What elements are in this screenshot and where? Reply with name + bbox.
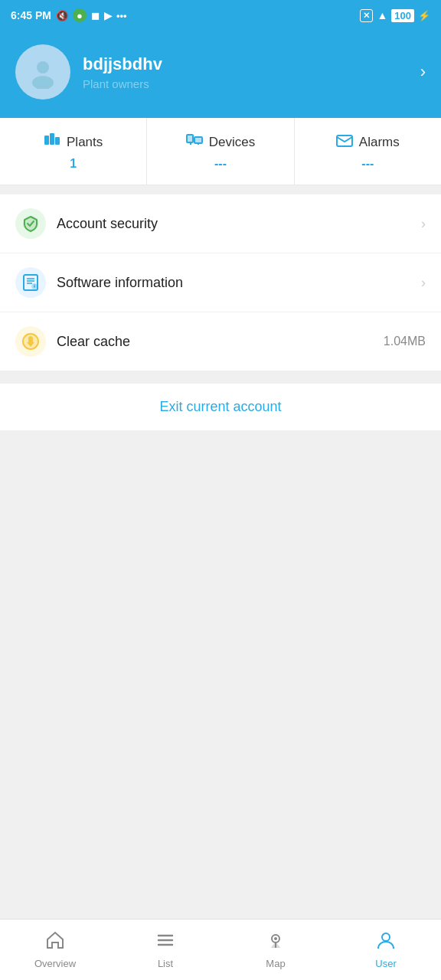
cache-icon (21, 332, 40, 351)
avatar (15, 44, 70, 100)
app1-icon: ● (73, 8, 87, 22)
username-label: bdjjsbdhv (83, 54, 162, 74)
exit-section: Exit current account (0, 384, 441, 430)
stat-alarms[interactable]: Alarms --- (295, 118, 441, 185)
close-icon: ✕ (360, 9, 373, 22)
app2-icon: ◼ (91, 10, 100, 21)
list-nav-label: List (158, 958, 173, 969)
profile-info[interactable]: bdjjsbdhv Plant owners (15, 44, 162, 100)
security-icon (21, 214, 40, 233)
status-time: 6:45 PM (11, 9, 51, 21)
svg-rect-6 (188, 136, 192, 142)
map-nav-label: Map (266, 958, 285, 969)
map-icon (266, 930, 286, 955)
svg-rect-4 (55, 137, 60, 145)
svg-rect-8 (195, 138, 201, 142)
app3-icon: ▶ (104, 10, 112, 21)
menu-item-clear-cache[interactable]: Clear cache 1.04MB (0, 312, 441, 371)
svg-point-0 (37, 61, 49, 74)
cache-icon-wrapper (15, 326, 46, 357)
software-label: Software information (57, 275, 183, 291)
nav-item-user[interactable]: User (331, 920, 441, 980)
avatar-icon (26, 55, 60, 89)
software-icon-wrapper (15, 267, 46, 298)
security-chevron-icon: › (421, 216, 426, 232)
devices-label: Devices (209, 135, 255, 150)
nav-item-overview[interactable]: Overview (0, 920, 110, 980)
svg-rect-9 (190, 142, 191, 145)
user-icon (376, 930, 396, 955)
plants-icon (44, 132, 60, 152)
security-icon-wrapper (15, 208, 46, 239)
menu-item-software-information[interactable]: Software information › (0, 253, 441, 312)
svg-rect-2 (44, 136, 49, 145)
content-area (0, 430, 441, 919)
plants-label: Plants (67, 135, 103, 150)
software-chevron-icon: › (421, 275, 426, 291)
status-left: 6:45 PM 🔇 ● ◼ ▶ ••• (11, 8, 127, 22)
svg-point-19 (34, 284, 35, 285)
more-icon: ••• (116, 10, 127, 21)
svg-point-26 (274, 937, 277, 940)
user-role-label: Plant owners (83, 77, 162, 90)
mute-icon: 🔇 (56, 10, 68, 21)
profile-chevron-icon[interactable]: › (420, 62, 426, 82)
exit-account-button[interactable]: Exit current account (159, 399, 281, 415)
svg-rect-3 (50, 133, 54, 145)
nav-item-map[interactable]: Map (220, 920, 331, 980)
svg-rect-10 (198, 143, 199, 145)
menu-item-account-security[interactable]: Account security › (0, 194, 441, 253)
alarms-value: --- (361, 157, 374, 171)
bottom-nav: Overview List Map (0, 919, 441, 980)
security-label: Account security (57, 216, 158, 232)
profile-header: bdjjsbdhv Plant owners › (0, 31, 441, 118)
cache-label: Clear cache (57, 334, 130, 350)
user-nav-label: User (375, 958, 396, 969)
alarms-icon (336, 132, 353, 152)
svg-point-28 (382, 933, 390, 941)
status-right: ✕ ▲ 100 ⚡ (360, 9, 430, 22)
devices-icon (186, 132, 203, 152)
nav-item-list[interactable]: List (110, 920, 220, 980)
menu-section: Account security › Software information (0, 194, 441, 371)
home-icon (45, 930, 65, 955)
overview-nav-label: Overview (34, 958, 76, 969)
user-details: bdjjsbdhv Plant owners (83, 54, 162, 90)
charging-icon: ⚡ (418, 10, 430, 21)
battery-icon: 100 (391, 9, 414, 22)
list-icon (155, 930, 175, 955)
wifi-icon: ▲ (377, 9, 387, 21)
stat-devices[interactable]: Devices --- (147, 118, 294, 185)
cache-size-value: 1.04MB (384, 335, 426, 348)
stats-row: Plants 1 Devices --- (0, 118, 441, 185)
alarms-label: Alarms (359, 135, 400, 150)
stat-plants[interactable]: Plants 1 (0, 118, 147, 185)
status-bar: 6:45 PM 🔇 ● ◼ ▶ ••• ✕ ▲ 100 ⚡ (0, 0, 441, 31)
devices-value: --- (214, 157, 227, 171)
svg-point-1 (32, 76, 54, 89)
software-icon (21, 273, 40, 292)
plants-value: 1 (70, 157, 77, 171)
